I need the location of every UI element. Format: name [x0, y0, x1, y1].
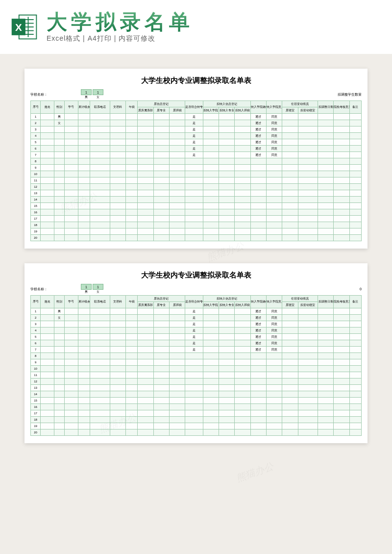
- cell-phone: [90, 184, 110, 190]
- cell-gpa: [78, 385, 90, 391]
- cell-confirm: [250, 359, 266, 366]
- cell-confirm: [250, 423, 266, 429]
- cell-date: [318, 398, 333, 404]
- cell-phone: [90, 340, 110, 347]
- table-row: 4 是 通过 同意: [31, 327, 362, 334]
- cell-cond: [185, 385, 203, 391]
- cell-trans-college: [203, 327, 219, 334]
- cell-name: [41, 158, 54, 165]
- cell-grade: [125, 133, 137, 139]
- cell-note: [349, 203, 361, 209]
- cell-date: [318, 391, 333, 398]
- cell-phone: [90, 216, 110, 222]
- cell-orig-class: [169, 158, 185, 165]
- th-orig-group: 原信息登记: [138, 296, 185, 302]
- cell-trans-class: [235, 222, 250, 228]
- cell-grade: [125, 340, 137, 347]
- cell-check: [334, 114, 349, 120]
- cell-check: [334, 308, 349, 315]
- cell-orig-dept: [138, 197, 153, 203]
- table-row: 15: [31, 203, 362, 209]
- cell-dorm-orig: [282, 209, 298, 216]
- cell-opinion: [266, 429, 282, 436]
- cell-grade: [125, 216, 137, 222]
- th-gender: 性别: [54, 296, 64, 308]
- cell-seq: 17: [31, 216, 41, 222]
- cell-seq: 6: [31, 340, 41, 347]
- cell-orig-major: [153, 209, 169, 216]
- cell-orig-major: [153, 308, 169, 315]
- cell-seq: 13: [31, 385, 41, 391]
- cell-orig-major: [153, 171, 169, 177]
- cell-trans-college: [203, 359, 219, 366]
- cell-confirm: [250, 398, 266, 404]
- cell-orig-dept: [138, 353, 153, 359]
- cell-orig-major: [153, 216, 169, 222]
- cell-orig-class: [169, 308, 185, 315]
- cell-cond: 是: [185, 152, 203, 158]
- cell-opinion: [266, 190, 282, 197]
- cell-dorm-orig: [282, 235, 298, 241]
- cell-orig-dept: [138, 126, 153, 133]
- table-row: 15: [31, 398, 362, 404]
- cell-date: [318, 308, 333, 315]
- cell-seq: 4: [31, 327, 41, 334]
- cell-seq: 17: [31, 410, 41, 417]
- cell-seq: 5: [31, 139, 41, 146]
- cell-note: [349, 385, 361, 391]
- th-gender: 性别: [54, 101, 64, 114]
- th-cond: 是否符合转专业条件: [185, 296, 203, 308]
- cell-sci: [110, 327, 125, 334]
- male-count: 1: [81, 284, 92, 290]
- cell-trans-major: [219, 308, 234, 315]
- cell-trans-major: [219, 398, 234, 404]
- cell-name: [41, 359, 54, 366]
- th-date: 拟调整日期: [318, 101, 333, 114]
- cell-date: [318, 334, 333, 340]
- cell-trans-major: [219, 171, 234, 177]
- cell-trans-class: [235, 190, 250, 197]
- cell-note: [349, 177, 361, 184]
- cell-orig-major: [153, 334, 169, 340]
- cell-trans-major: [219, 146, 234, 152]
- cell-dorm-new: [298, 165, 318, 171]
- cell-phone: [90, 139, 110, 146]
- cell-trans-major: [219, 340, 234, 347]
- cell-check: [334, 184, 349, 190]
- cell-dorm-new: [298, 372, 318, 378]
- cell-dorm-new: [298, 315, 318, 321]
- cell-sci: [110, 197, 125, 203]
- cell-grade: [125, 321, 137, 327]
- table-row: 7 是 通过 同意: [31, 152, 362, 158]
- cell-orig-dept: [138, 378, 153, 385]
- cell-gpa: [78, 197, 90, 203]
- table-row: 19: [31, 423, 362, 429]
- cell-orig-dept: [138, 146, 153, 152]
- cell-cond: 是: [185, 334, 203, 340]
- cell-trans-class: [235, 398, 250, 404]
- cell-name: [41, 222, 54, 228]
- cell-orig-major: [153, 391, 169, 398]
- cell-phone: [90, 203, 110, 209]
- cell-date: [318, 139, 333, 146]
- cell-sci: [110, 228, 125, 235]
- th-orig-class: 原班级: [169, 107, 185, 114]
- cell-gpa: [78, 171, 90, 177]
- cell-opinion: [266, 158, 282, 165]
- cell-date: [318, 158, 333, 165]
- cell-trans-class: [235, 372, 250, 378]
- cell-opinion: 同意: [266, 126, 282, 133]
- cell-trans-class: [235, 429, 250, 436]
- th-orig-major: 原专业: [153, 302, 169, 308]
- cell-check: [334, 235, 349, 241]
- cell-seq: 14: [31, 391, 41, 398]
- cell-confirm: [250, 171, 266, 177]
- cell-phone: [90, 404, 110, 410]
- cell-dorm-new: [298, 152, 318, 158]
- cell-cond: [185, 366, 203, 372]
- cell-dorm-orig: [282, 398, 298, 404]
- cell-gender: [54, 417, 64, 423]
- cell-date: [318, 203, 333, 209]
- th-dorm-group: 住宿变动情况: [282, 101, 318, 107]
- cell-sci: [110, 359, 125, 366]
